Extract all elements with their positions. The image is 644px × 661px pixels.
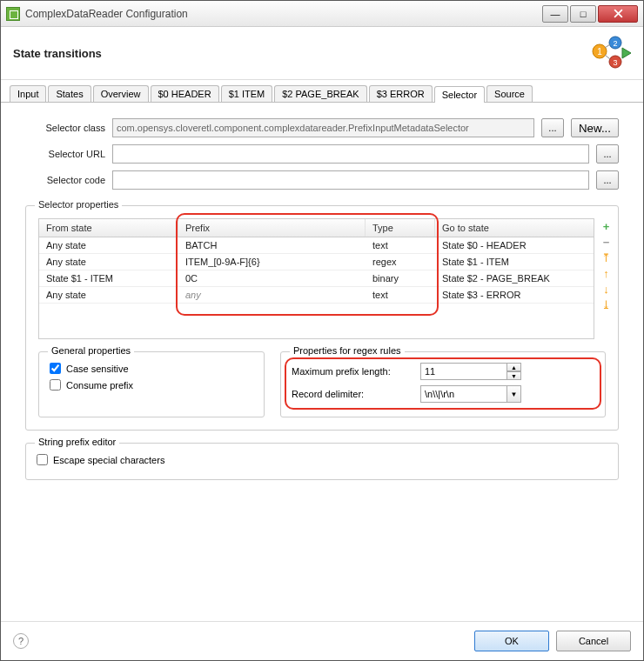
selector-class-browse-button[interactable]: ... <box>541 118 564 137</box>
table-side-toolbar: + − ⤒ ↑ ↓ ⤓ <box>600 218 613 339</box>
svg-text:2: 2 <box>613 39 617 48</box>
move-bottom-icon[interactable]: ⤓ <box>600 298 613 311</box>
tab-3-error[interactable]: $3 ERROR <box>369 85 433 102</box>
case-sensitive-input[interactable] <box>50 363 61 374</box>
col-from-state[interactable]: From state <box>39 219 178 237</box>
selector-properties-title: Selector properties <box>35 199 122 210</box>
move-down-icon[interactable]: ↓ <box>600 283 613 296</box>
tab-1-item[interactable]: $1 ITEM <box>221 85 273 102</box>
tab-states[interactable]: States <box>48 85 91 102</box>
selector-url-input[interactable] <box>112 144 589 164</box>
col-goto-state[interactable]: Go to state <box>435 219 594 237</box>
tab-overview[interactable]: Overview <box>93 85 149 102</box>
regex-properties-title: Properties for regex rules <box>290 345 405 356</box>
close-button[interactable] <box>598 5 638 23</box>
selector-properties-group: Selector properties From state Prefix Ty… <box>25 205 619 431</box>
selector-properties-table: From state Prefix Type Go to state Any s… <box>38 218 594 339</box>
string-prefix-editor-group: String prefix editor Escape special char… <box>25 443 619 480</box>
move-up-icon[interactable]: ↑ <box>600 267 613 280</box>
escape-special-chars-input[interactable] <box>37 454 48 465</box>
help-button[interactable]: ? <box>13 633 29 649</box>
tabstrip: Input States Overview $0 HEADER $1 ITEM … <box>1 80 643 103</box>
table-row[interactable]: Any state BATCH text State $0 - HEADER <box>39 237 594 254</box>
tab-source[interactable]: Source <box>486 85 533 102</box>
record-delimiter-dropdown-icon[interactable]: ▼ <box>507 385 521 403</box>
selector-code-browse-button[interactable]: ... <box>596 170 619 190</box>
escape-special-chars-checkbox[interactable]: Escape special characters <box>37 454 607 465</box>
state-transitions-icon: 1 2 3 <box>591 36 631 70</box>
selector-url-browse-button[interactable]: ... <box>596 144 619 164</box>
string-prefix-editor-title: String prefix editor <box>35 437 119 447</box>
col-type[interactable]: Type <box>366 219 435 237</box>
tab-input[interactable]: Input <box>10 85 46 102</box>
max-prefix-length-input[interactable] <box>420 363 507 380</box>
case-sensitive-checkbox[interactable]: Case sensitive <box>50 363 253 374</box>
selector-code-input[interactable] <box>112 170 589 190</box>
consume-prefix-input[interactable] <box>50 379 61 391</box>
page-title: State transitions <box>13 47 102 60</box>
col-prefix[interactable]: Prefix <box>178 219 366 237</box>
consume-prefix-checkbox[interactable]: Consume prefix <box>50 379 253 391</box>
maximize-button[interactable]: □ <box>570 5 596 23</box>
content-area: Selector class ... New... Selector URL .… <box>1 103 643 621</box>
svg-marker-8 <box>622 48 631 58</box>
spinner-up-icon[interactable]: ▲ <box>507 363 521 371</box>
selector-class-input[interactable] <box>112 118 534 137</box>
window-title: ComplexDataReader Configuration <box>25 8 540 20</box>
ok-button[interactable]: OK <box>474 631 549 651</box>
remove-row-icon[interactable]: − <box>600 236 613 249</box>
add-row-icon[interactable]: + <box>600 220 613 233</box>
spinner-down-icon[interactable]: ▼ <box>507 371 521 380</box>
svg-line-9 <box>605 44 610 48</box>
footer: ? OK Cancel <box>1 621 643 660</box>
cancel-button[interactable]: Cancel <box>556 631 631 651</box>
record-delimiter-input[interactable] <box>420 385 507 403</box>
selector-class-label: Selector class <box>25 123 105 133</box>
window-buttons: — □ <box>540 5 638 23</box>
svg-text:3: 3 <box>613 58 617 67</box>
svg-line-10 <box>605 55 610 59</box>
svg-text:1: 1 <box>597 47 602 57</box>
minimize-button[interactable]: — <box>542 5 568 23</box>
table-row[interactable]: State $1 - ITEM 0C binary State $2 - PAG… <box>39 270 594 287</box>
tab-2-page-break[interactable]: $2 PAGE_BREAK <box>274 85 366 102</box>
table-row[interactable]: Any state any text State $3 - ERROR <box>39 287 594 304</box>
table-row[interactable]: Any state ITEM_[0-9A-F]{6} regex State $… <box>39 254 594 270</box>
app-icon <box>6 7 20 21</box>
header: State transitions 1 2 3 <box>1 27 643 80</box>
max-prefix-length-label: Maximum prefix length: <box>292 366 413 377</box>
dialog-window: ComplexDataReader Configuration — □ Stat… <box>0 0 644 661</box>
tab-selector[interactable]: Selector <box>434 86 485 103</box>
tab-0-header[interactable]: $0 HEADER <box>151 85 219 102</box>
move-top-icon[interactable]: ⤒ <box>600 251 613 264</box>
new-button[interactable]: New... <box>571 118 619 137</box>
selector-code-label: Selector code <box>25 175 105 185</box>
general-properties-group: General properties Case sensitive Consum… <box>38 351 265 417</box>
selector-url-label: Selector URL <box>25 149 105 159</box>
titlebar: ComplexDataReader Configuration — □ <box>1 1 643 27</box>
general-properties-title: General properties <box>48 345 134 356</box>
record-delimiter-label: Record delimiter: <box>292 389 413 399</box>
regex-properties-group: Properties for regex rules Maximum prefi… <box>280 351 606 417</box>
